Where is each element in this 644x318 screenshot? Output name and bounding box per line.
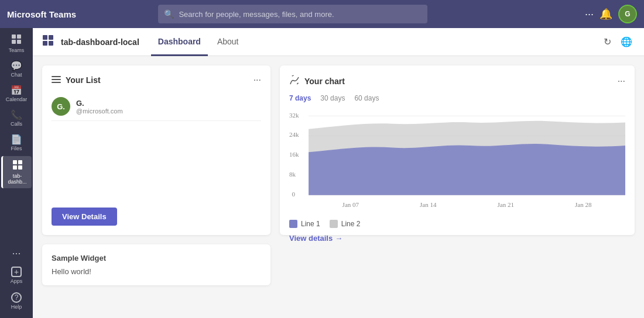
- svg-rect-13: [52, 79, 61, 80]
- svg-text:24k: 24k: [289, 131, 299, 138]
- view-details-button[interactable]: View Details: [52, 208, 117, 226]
- tab-dashboard[interactable]: Dashboard: [151, 28, 208, 56]
- svg-text:16k: 16k: [289, 151, 299, 158]
- svg-text:Jan 07: Jan 07: [342, 201, 359, 208]
- sidebar-item-help[interactable]: ? Help: [1, 289, 32, 313]
- your-list-card: Your List ··· G. G. @microsoft.com: [42, 65, 270, 235]
- svg-rect-0: [12, 34, 16, 39]
- list-item-info: G. @microsoft.com: [76, 99, 261, 115]
- view-details-link[interactable]: View details →: [289, 234, 625, 243]
- svg-text:Jan 14: Jan 14: [420, 201, 437, 208]
- chart-filters: 7 days 30 days 60 days: [289, 94, 625, 102]
- svg-rect-12: [52, 76, 61, 77]
- legend-line2: Line 2: [330, 220, 361, 228]
- svg-text:Jan 21: Jan 21: [498, 201, 515, 208]
- tab-app-name: tab-dashboard-local: [61, 37, 139, 47]
- sample-widget-card: Sample Widget Hello world!: [42, 244, 270, 285]
- sidebar-item-files[interactable]: 📄 Files: [1, 132, 32, 155]
- help-label: Help: [11, 304, 22, 310]
- app-logo: [42, 34, 54, 49]
- svg-rect-9: [49, 35, 53, 40]
- avatar[interactable]: G: [618, 5, 637, 23]
- tab-about[interactable]: About: [210, 28, 246, 56]
- chart-area: 32k 24k 16k 8k 0: [289, 109, 625, 215]
- list-icon: [52, 75, 61, 85]
- widget-title: Sample Widget: [52, 254, 261, 262]
- apps-icon: +: [11, 267, 22, 277]
- your-chart-menu-icon[interactable]: ···: [618, 76, 625, 87]
- refresh-icon[interactable]: ↻: [601, 34, 614, 50]
- help-icon: ?: [11, 292, 22, 303]
- chart-icon: [289, 75, 300, 87]
- calendar-label: Calendar: [6, 96, 28, 102]
- main-layout: Teams 💬 Chat 📅 Calendar 📞 Calls 📄 Files: [0, 28, 644, 318]
- main-content: tab-dashboard-local Dashboard About ↻ 🌐: [33, 28, 644, 318]
- chart-legend: Line 1 Line 2: [289, 220, 625, 228]
- svg-text:8k: 8k: [289, 171, 296, 178]
- filter-7days[interactable]: 7 days: [289, 94, 311, 102]
- right-column: Your chart ··· 7 days 30 days 60 days 32…: [280, 65, 635, 309]
- svg-rect-10: [43, 41, 47, 46]
- svg-text:32k: 32k: [289, 111, 299, 118]
- list-item: G. G. @microsoft.com: [52, 92, 261, 121]
- svg-rect-2: [12, 40, 16, 44]
- filter-60days[interactable]: 60 days: [354, 94, 379, 102]
- svg-point-15: [290, 75, 299, 85]
- chart-svg: 32k 24k 16k 8k 0: [289, 109, 625, 215]
- more-icon: ···: [12, 248, 20, 258]
- sidebar-item-apps[interactable]: + Apps: [1, 263, 32, 288]
- left-column: Your List ··· G. G. @microsoft.com: [42, 65, 270, 309]
- legend-color-line1: [289, 220, 297, 228]
- arrow-right-icon: →: [335, 234, 342, 243]
- topbar-right: ··· 🔔 G: [585, 5, 637, 23]
- calls-icon: 📞: [11, 110, 22, 120]
- list-item-email: @microsoft.com: [76, 108, 261, 115]
- your-chart-title: Your chart: [289, 75, 345, 87]
- svg-rect-4: [13, 160, 17, 164]
- svg-rect-5: [18, 160, 22, 164]
- chat-label: Chat: [11, 72, 22, 78]
- filter-30days[interactable]: 30 days: [320, 94, 345, 102]
- legend-line1: Line 1: [289, 220, 320, 228]
- teams-icon: [11, 34, 22, 46]
- legend-label-line1: Line 1: [301, 220, 320, 228]
- sidebar-item-chat[interactable]: 💬 Chat: [1, 58, 32, 81]
- sidebar-item-calendar[interactable]: 📅 Calendar: [1, 82, 32, 106]
- svg-rect-6: [13, 165, 17, 170]
- svg-rect-3: [17, 40, 21, 44]
- svg-rect-1: [17, 34, 21, 39]
- sidebar-item-tab-dash[interactable]: tab-dashb...: [1, 156, 32, 188]
- sidebar-item-teams[interactable]: Teams: [1, 30, 32, 57]
- sidebar-bottom: ··· + Apps ? Help: [1, 244, 32, 318]
- calls-label: Calls: [11, 121, 22, 127]
- sidebar: Teams 💬 Chat 📅 Calendar 📞 Calls 📄 Files: [0, 28, 33, 318]
- teams-label: Teams: [9, 47, 25, 53]
- your-chart-header: Your chart ···: [289, 75, 625, 87]
- globe-icon[interactable]: 🌐: [618, 34, 635, 50]
- sidebar-item-calls[interactable]: 📞 Calls: [1, 107, 32, 130]
- list-avatar: G.: [52, 97, 70, 116]
- calendar-icon: 📅: [11, 86, 22, 95]
- apps-label: Apps: [11, 278, 23, 284]
- search-bar[interactable]: 🔍: [158, 5, 427, 23]
- files-label: Files: [11, 146, 22, 151]
- svg-text:0: 0: [292, 191, 295, 198]
- widget-text: Hello world!: [52, 267, 261, 276]
- your-list-title: Your List: [52, 75, 101, 85]
- your-list-menu-icon[interactable]: ···: [254, 75, 261, 85]
- svg-rect-11: [49, 41, 53, 46]
- notifications-icon[interactable]: 🔔: [600, 8, 612, 20]
- app-title: Microsoft Teams: [7, 9, 76, 19]
- tab-bar: tab-dashboard-local Dashboard About ↻ 🌐: [33, 28, 644, 56]
- svg-rect-14: [52, 82, 61, 83]
- more-options-icon[interactable]: ···: [585, 8, 594, 20]
- tab-bar-actions: ↻ 🌐: [601, 34, 635, 50]
- your-chart-card: Your chart ··· 7 days 30 days 60 days 32…: [280, 65, 635, 235]
- list-item-name: G.: [76, 99, 261, 108]
- tab-dash-icon: [12, 160, 23, 172]
- topbar: Microsoft Teams 🔍 ··· 🔔 G: [0, 0, 644, 28]
- search-input[interactable]: [179, 10, 422, 19]
- your-list-header: Your List ···: [52, 75, 261, 85]
- content-area: Your List ··· G. G. @microsoft.com: [33, 56, 644, 318]
- sidebar-item-more[interactable]: ···: [1, 244, 32, 262]
